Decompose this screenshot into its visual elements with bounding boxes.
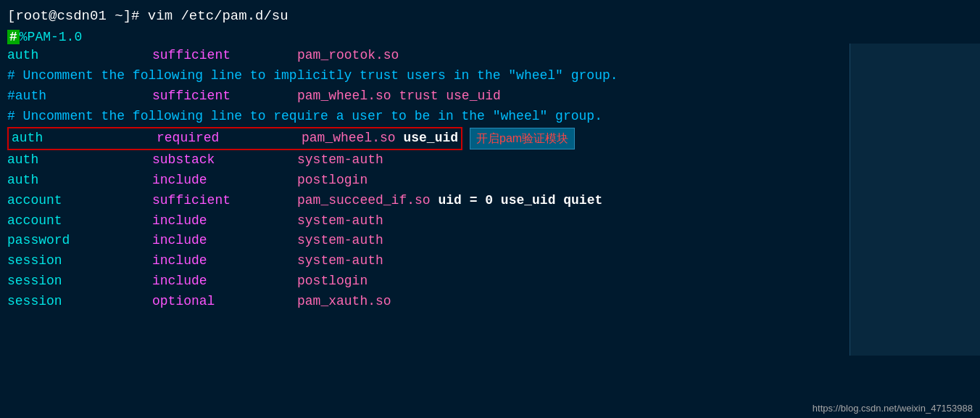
- col1-session-2: session: [7, 271, 152, 292]
- line-auth-substack: auth substack system-auth: [7, 150, 973, 171]
- col3-system-auth-4: system-auth: [297, 251, 383, 271]
- col3-pam-rootok: pam_rootok.so: [297, 46, 399, 66]
- line-session-include-postlogin: session include postlogin: [7, 271, 973, 292]
- col3-pam-succeed: pam_succeed_if.so: [297, 191, 438, 211]
- col2-sufficient-3: sufficient: [152, 191, 297, 211]
- line-session-include-sysauth: session include system-auth: [7, 251, 973, 271]
- col1-auth-sub: auth: [7, 150, 152, 171]
- pam-hash-box: #: [7, 30, 20, 44]
- line-auth-include-postlogin: auth include postlogin: [7, 171, 973, 191]
- col2-include-4: include: [152, 251, 297, 271]
- comment-text-2: # Uncomment the following line to requir…: [7, 107, 602, 127]
- command-text: [root@csdn01 ~]# vim /etc/pam.d/su: [7, 6, 288, 27]
- col1-auth-required: auth: [12, 128, 157, 149]
- line-account-include: account include system-auth: [7, 211, 973, 231]
- col3-system-auth-1: system-auth: [297, 150, 383, 171]
- comment-line-2: # Uncomment the following line to requir…: [7, 107, 973, 127]
- col1-auth: auth: [7, 46, 152, 66]
- col2-include-2: include: [152, 211, 297, 231]
- line-auth-required-highlighted: auth required pam_wheel.so use_uid 开启pam…: [7, 127, 973, 150]
- line-commented-auth: #auth sufficient pam_wheel.so trust use_…: [7, 86, 973, 107]
- col3-uid-args: uid = 0 use_uid quiet: [438, 191, 602, 211]
- col3-pam-xauth: pam_xauth.so: [297, 292, 391, 312]
- col2-substack: substack: [152, 150, 297, 171]
- comment-text-1: # Uncomment the following line to implic…: [7, 66, 618, 86]
- terminal: [root@csdn01 ~]# vim /etc/pam.d/su #%PAM…: [0, 0, 980, 418]
- col3-postlogin-2: postlogin: [297, 271, 368, 292]
- col3-pam-wheel-trust: pam_wheel.so trust use_uid: [297, 86, 501, 107]
- col1-password: password: [7, 231, 152, 251]
- col1-session-3: session: [7, 292, 152, 312]
- col1-account-inc: account: [7, 211, 152, 231]
- command-line: [root@csdn01 ~]# vim /etc/pam.d/su: [7, 6, 973, 27]
- col3-pam-wheel: pam_wheel.so: [302, 128, 403, 149]
- col3-use-uid: use_uid: [403, 128, 458, 149]
- col1-session-1: session: [7, 251, 152, 271]
- col1-hash-auth: #auth: [7, 86, 152, 107]
- col2-sufficient: sufficient: [152, 46, 297, 66]
- col1-account-suf: account: [7, 191, 152, 211]
- col2-include-5: include: [152, 271, 297, 292]
- line-account-sufficient: account sufficient pam_succeed_if.so uid…: [7, 191, 973, 211]
- col3-system-auth-2: system-auth: [297, 211, 383, 231]
- col3-postlogin-1: postlogin: [297, 171, 368, 191]
- col1-auth-inc: auth: [7, 171, 152, 191]
- col2-include-3: include: [152, 231, 297, 251]
- annotation-pam: 开启pam验证模块: [470, 128, 575, 150]
- comment-line-1: # Uncomment the following line to implic…: [7, 66, 973, 86]
- line-password-include: password include system-auth: [7, 231, 973, 251]
- col2-optional: optional: [152, 292, 297, 312]
- pam-version: %PAM-1.0: [20, 30, 82, 44]
- col2-sufficient-2: sufficient: [152, 86, 297, 107]
- col2-include-1: include: [152, 171, 297, 191]
- line-session-optional: session optional pam_xauth.so: [7, 292, 973, 312]
- line-auth-sufficient-rootok: auth sufficient pam_rootok.so: [7, 46, 973, 66]
- col3-system-auth-3: system-auth: [297, 231, 383, 251]
- col2-required: required: [157, 128, 302, 149]
- pam-header: #%PAM-1.0: [7, 30, 973, 44]
- watermark: https://blog.csdn.net/weixin_47153988: [813, 403, 973, 414]
